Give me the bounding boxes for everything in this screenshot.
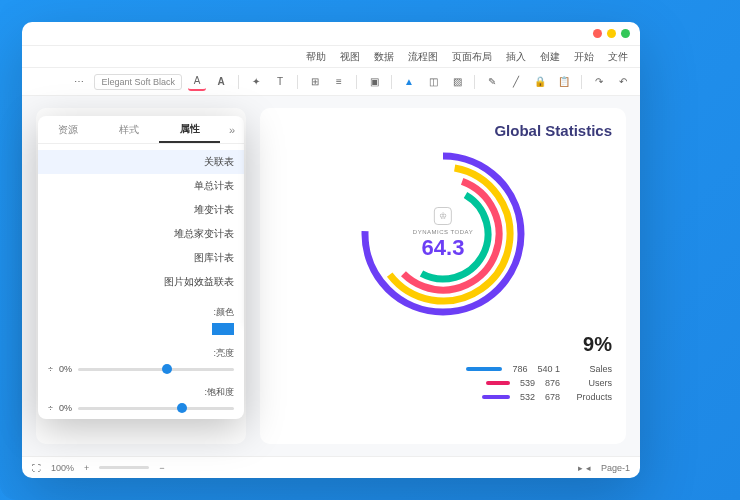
zoom-in-icon[interactable]: + xyxy=(84,463,89,473)
page-nav-icon[interactable]: ◂ ▸ xyxy=(578,463,591,473)
menu-开始[interactable]: 开始 xyxy=(574,50,594,64)
menu-视图[interactable]: 视图 xyxy=(340,50,360,64)
saturation-value: 0% xyxy=(59,403,72,413)
lock-icon[interactable]: 🔒 xyxy=(531,73,549,91)
pen-icon[interactable]: ✎ xyxy=(483,73,501,91)
statusbar: Page-1 ◂ ▸ − + 100% ⛶ xyxy=(22,456,640,478)
stats-card: Global Statistics ♔ DYNAMICS TODAY 64.3 … xyxy=(260,108,626,444)
brightness-slider[interactable] xyxy=(78,368,234,371)
table-row: Products678532 xyxy=(274,390,612,404)
chart-type-item[interactable]: 图片如效益联表 xyxy=(38,270,244,294)
page-indicator[interactable]: Page-1 xyxy=(601,463,630,473)
brightness-unit-icon[interactable]: ÷ xyxy=(48,364,53,374)
panel-tabs: « 属性 样式 资源 xyxy=(38,116,244,144)
properties-panel: ◆ ▦ ▭ ≋ ⎘ ▤ ⊞ ▯ ⋯ « 属性 样式 资源 关联表单总计表堆变计表… xyxy=(38,116,244,419)
close-dot[interactable] xyxy=(593,29,602,38)
highlight-icon[interactable]: ▲ xyxy=(400,73,418,91)
chart-type-list: 关联表单总计表堆变计表堆总家变计表图库计表图片如效益联表 xyxy=(38,144,244,300)
brightness-row: 亮度: 0% ÷ xyxy=(38,341,244,380)
font-color-icon[interactable]: A xyxy=(188,73,206,91)
paste-icon[interactable]: 📋 xyxy=(555,73,573,91)
line-icon[interactable]: ╱ xyxy=(507,73,525,91)
tab-resources[interactable]: 资源 xyxy=(38,116,99,143)
center-value: 64.3 xyxy=(413,235,473,261)
chart-type-item[interactable]: 单总计表 xyxy=(38,174,244,198)
big-percent: 9% xyxy=(274,333,612,356)
chart-type-item[interactable]: 关联表 xyxy=(38,150,244,174)
text-icon[interactable]: T xyxy=(271,73,289,91)
undo-icon[interactable]: ↶ xyxy=(614,73,632,91)
redo-icon[interactable]: ↷ xyxy=(590,73,608,91)
fill-icon[interactable]: ▨ xyxy=(448,73,466,91)
chart-type-item[interactable]: 堆总家变计表 xyxy=(38,222,244,246)
zoom-out-icon[interactable]: − xyxy=(159,463,164,473)
color-row: 颜色: xyxy=(38,300,244,341)
zoom-value: 100% xyxy=(51,463,74,473)
menu-流程图[interactable]: 流程图 xyxy=(408,50,438,64)
saturation-slider[interactable] xyxy=(78,407,234,410)
saturation-unit-icon[interactable]: ÷ xyxy=(48,403,53,413)
align-icon[interactable]: ≡ xyxy=(330,73,348,91)
chart-type-item[interactable]: 图库计表 xyxy=(38,246,244,270)
tab-style[interactable]: 样式 xyxy=(99,116,160,143)
maximize-dot[interactable] xyxy=(621,29,630,38)
saturation-label: 饱和度: xyxy=(204,387,234,397)
chart-type-item[interactable]: 堆变计表 xyxy=(38,198,244,222)
menu-创建[interactable]: 创建 xyxy=(540,50,560,64)
zoom-slider[interactable] xyxy=(99,466,149,469)
ring-chart: ♔ DYNAMICS TODAY 64.3 xyxy=(358,149,528,319)
bold-icon[interactable]: A xyxy=(212,73,230,91)
crown-icon: ♔ xyxy=(434,207,452,225)
stroke-icon[interactable]: ◫ xyxy=(424,73,442,91)
fit-icon[interactable]: ⛶ xyxy=(32,463,41,473)
brightness-value: 0% xyxy=(59,364,72,374)
collapse-panel-icon[interactable]: « xyxy=(220,116,244,143)
more-icon[interactable]: ⋯ xyxy=(70,73,88,91)
distribute-icon[interactable]: ⊞ xyxy=(306,73,324,91)
menu-帮助[interactable]: 帮助 xyxy=(306,50,326,64)
color-swatch[interactable] xyxy=(212,323,234,335)
table-row: Sales1 540786 xyxy=(274,362,612,376)
menu-数据[interactable]: 数据 xyxy=(374,50,394,64)
saturation-row: 饱和度: 0% ÷ xyxy=(38,380,244,419)
font-select[interactable]: Elegant Soft Black xyxy=(94,74,182,90)
menubar: 文件开始创建插入页面布局流程图数据视图帮助 xyxy=(22,46,640,68)
toolbar: ↶ ↷ 📋 🔒 ╱ ✎ ▨ ◫ ▲ ▣ ≡ ⊞ T ✦ A A Elegant … xyxy=(22,68,640,96)
menu-插入[interactable]: 插入 xyxy=(506,50,526,64)
table-row: Users876539 xyxy=(274,376,612,390)
minimize-dot[interactable] xyxy=(607,29,616,38)
image-icon[interactable]: ▣ xyxy=(365,73,383,91)
effects-icon[interactable]: ✦ xyxy=(247,73,265,91)
menu-文件[interactable]: 文件 xyxy=(608,50,628,64)
titlebar xyxy=(22,22,640,46)
color-label: 颜色: xyxy=(213,307,234,317)
menu-页面布局[interactable]: 页面布局 xyxy=(452,50,492,64)
card-title: Global Statistics xyxy=(274,122,612,139)
brightness-label: 亮度: xyxy=(213,348,234,358)
tab-properties[interactable]: 属性 xyxy=(159,116,220,143)
stats-table: Sales1 540786Users876539Products678532 xyxy=(274,362,612,404)
